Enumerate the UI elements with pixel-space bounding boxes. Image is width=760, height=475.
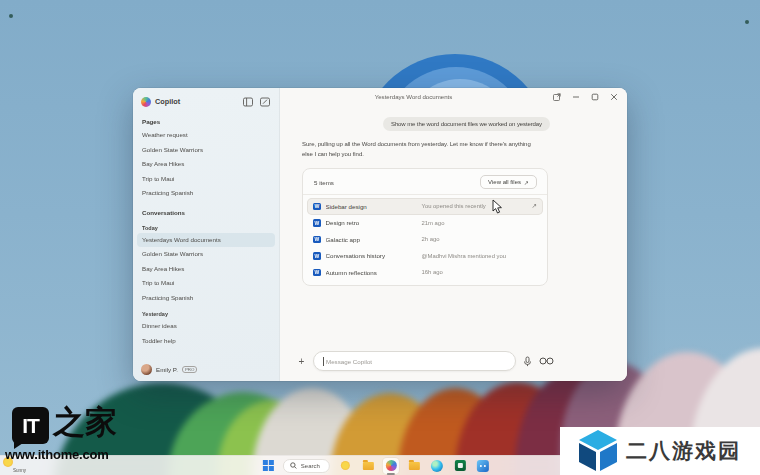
corner-dot — [745, 20, 749, 24]
word-doc-icon: W — [313, 269, 321, 277]
titlebar: Yesterdays Word documents — [280, 88, 627, 106]
sidebar-item-practicing-spanish[interactable]: Practicing Spanish — [137, 186, 275, 201]
word-doc-icon: W — [313, 219, 321, 227]
mouse-cursor — [492, 199, 504, 219]
copilot-vision-icon[interactable] — [539, 356, 554, 366]
sidebar-item-golden-state-warriors[interactable]: Golden State Warriors — [137, 143, 275, 158]
microphone-icon[interactable] — [522, 356, 533, 367]
sidebar-header: Copilot — [133, 92, 279, 110]
view-all-files-button[interactable]: View all files ↗ — [480, 175, 537, 189]
corner-dot — [9, 14, 13, 18]
start-button[interactable] — [260, 458, 276, 474]
sidebar-item-yesterdays-word-documents[interactable]: Yesterdays Word documents — [137, 233, 275, 248]
copilot-taskbar-icon[interactable] — [383, 458, 399, 474]
assistant-message: Sure, pulling up all the Word documents … — [302, 140, 538, 159]
game-site-logo: 二八游戏园 — [560, 427, 760, 475]
cube-logo-icon — [576, 429, 620, 473]
widgets-weather-icon[interactable] — [337, 458, 353, 474]
desktop: Copilot Pages Weather request Golden Sta… — [0, 0, 760, 475]
text-caret — [323, 357, 324, 366]
file-row-sidebar-design[interactable]: W Sidebar design You opened this recentl… — [307, 198, 543, 215]
open-external-icon[interactable] — [547, 88, 566, 106]
maximize-button[interactable] — [585, 88, 604, 106]
ithome-logo-suffix: 之家 — [53, 401, 117, 445]
word-doc-icon: W — [313, 236, 321, 244]
today-label: Today — [133, 219, 279, 233]
sidebar-item-trip-to-maui[interactable]: Trip to Maui — [137, 172, 275, 187]
file-row-autumn-reflections[interactable]: W Autumn reflections 16h ago — [307, 264, 543, 281]
file-row-conversations-history[interactable]: W Conversations history @Madhvi Mishra m… — [307, 248, 543, 265]
sidebar-item-toddler-help[interactable]: Toddler help — [137, 334, 275, 349]
sidebar-item-practicing-spanish-2[interactable]: Practicing Spanish — [137, 291, 275, 306]
minimize-button[interactable] — [566, 88, 585, 106]
window-title: Yesterdays Word documents — [280, 88, 547, 106]
sidebar-item-trip-to-maui-2[interactable]: Trip to Maui — [137, 276, 275, 291]
sidebar-item-golden-state-warriors-2[interactable]: Golden State Warriors — [137, 247, 275, 262]
word-doc-icon: W — [313, 203, 321, 211]
main-pane: Yesterdays Word documents — [280, 88, 627, 381]
chat-area: Show me the word document files we worke… — [302, 106, 550, 286]
folder-icon[interactable] — [406, 458, 422, 474]
sidebar-item-dinner-ideas[interactable]: Dinner ideas — [137, 319, 275, 334]
pages-section-label: Pages — [133, 110, 279, 128]
items-count: 5 items — [314, 179, 334, 186]
word-doc-icon: W — [313, 252, 321, 260]
ithome-logo-icon: IT — [12, 407, 49, 444]
profile-name: Emily P. — [156, 366, 178, 373]
edge-icon[interactable] — [429, 458, 445, 474]
new-chat-icon[interactable] — [258, 95, 271, 108]
message-input-pill[interactable] — [313, 351, 516, 371]
close-button[interactable] — [604, 88, 623, 106]
open-arrow-icon: ↗ — [524, 179, 529, 186]
yesterday-label: Yesterday — [133, 305, 279, 319]
app-name: Copilot — [155, 97, 180, 106]
copilot-window: Copilot Pages Weather request Golden Sta… — [133, 88, 627, 381]
sidebar: Copilot Pages Weather request Golden Sta… — [133, 88, 280, 381]
sidebar-item-bay-area-hikes[interactable]: Bay Area Hikes — [137, 157, 275, 172]
files-card: 5 items View all files ↗ W Sidebar desig… — [302, 168, 548, 286]
sidebar-item-weather-request[interactable]: Weather request — [137, 128, 275, 143]
user-message-bubble: Show me the word document files we worke… — [383, 117, 550, 131]
avatar — [141, 364, 152, 375]
copilot-blue-icon[interactable] — [475, 458, 491, 474]
file-row-galactic-app[interactable]: W Galactic app 2h ago — [307, 231, 543, 248]
game-site-text: 二八游戏园 — [626, 437, 741, 465]
sidebar-item-bay-area-hikes-2[interactable]: Bay Area Hikes — [137, 262, 275, 277]
windows-logo-icon — [262, 460, 273, 471]
conversations-section-label: Conversations — [133, 201, 279, 219]
add-attachment-button[interactable]: + — [296, 356, 307, 367]
message-input[interactable] — [326, 358, 476, 365]
taskbar-search[interactable]: Search — [283, 459, 330, 473]
ithome-url: www.ithome.com — [5, 447, 109, 462]
file-row-design-retro[interactable]: W Design retro 21m ago — [307, 215, 543, 232]
copilot-logo-icon — [141, 97, 151, 107]
profile-chip[interactable]: Emily P. PRO — [141, 364, 197, 375]
message-input-bar: + — [296, 351, 554, 371]
search-icon — [290, 462, 297, 469]
open-arrow-icon[interactable]: ↗ — [532, 202, 537, 210]
pro-badge: PRO — [182, 366, 198, 374]
sidebar-toggle-icon[interactable] — [241, 95, 254, 108]
file-explorer-icon[interactable] — [360, 458, 376, 474]
store-icon[interactable] — [452, 458, 468, 474]
